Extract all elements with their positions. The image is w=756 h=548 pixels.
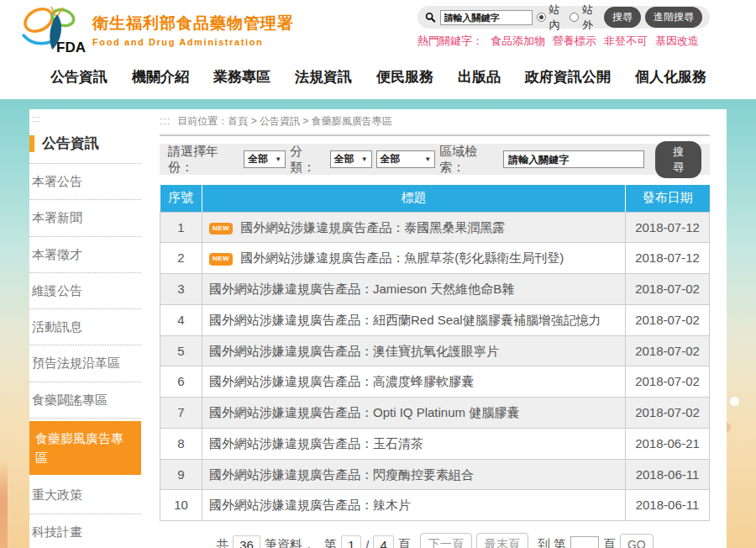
announcement-link[interactable]: 國外網站涉嫌違規廣告產品：辣木片 <box>209 498 411 512</box>
new-badge: NEW <box>209 223 233 235</box>
next-page-button[interactable]: 下一頁 <box>420 533 472 548</box>
sidebar-item[interactable]: 科技計畫 <box>29 514 141 548</box>
nav-item[interactable]: 公告資訊 <box>50 67 108 87</box>
announcement-link[interactable]: 國外網站涉嫌違規廣告產品：魚腥草茶(彰化縣衛生局刊登) <box>240 250 564 265</box>
search-scope-label: 站外 <box>582 3 598 33</box>
publish-date: 2018-07-02 <box>626 335 710 366</box>
table-row: 10 NEW 國外網站涉嫌違規廣告產品：辣木片 2018-06-11 <box>160 490 710 521</box>
sidebar-item-label: 本署徵才 <box>32 247 82 261</box>
hot-keyword-link[interactable]: 營養標示 <box>553 34 596 49</box>
sidebar-item[interactable]: 食藥闢謠專區 <box>29 382 141 419</box>
current-page: 1 <box>341 535 361 548</box>
announcement-link[interactable]: 國外網站涉嫌違規廣告產品：Jamieson 天然維他命B雜 <box>209 282 514 296</box>
publish-date: 2018-07-02 <box>626 398 710 429</box>
table-row: 9 NEW 國外網站涉嫌違規廣告產品：閃瘦酶控要素組合 2018-06-11 <box>160 459 710 490</box>
advanced-search-button[interactable]: 進階搜尋 <box>645 7 702 28</box>
row-number: 1 <box>160 212 202 243</box>
category-select-1[interactable]: 全部 ▼ <box>330 150 372 168</box>
announcement-link[interactable]: 國外網站涉嫌違規廣告產品：澳佳寶抗氧化護眼寧片 <box>209 344 499 358</box>
hot-keyword-link[interactable]: 基因改造 <box>655 34 699 49</box>
region-search-input[interactable] <box>503 150 644 168</box>
hot-keyword-link[interactable]: 食品添加物 <box>491 34 545 49</box>
accesskey-marker: ::: <box>160 115 171 127</box>
announcement-link[interactable]: 國外網站涉嫌違規廣告產品：高濃度蜂膠軟膠囊 <box>209 374 474 388</box>
sidebar-item[interactable]: 本署公告 <box>29 164 141 200</box>
nav-item[interactable]: 機關介紹 <box>132 67 189 87</box>
publish-date: 2018-06-11 <box>626 490 710 521</box>
hot-keywords-label: 熱門關鍵字： <box>417 34 483 49</box>
breadcrumb-text: 目前位置：首頁 > 公告資訊 > 食藥膨風廣告專區 <box>177 115 391 127</box>
column-header-no: 序號 <box>160 185 202 212</box>
nav-item[interactable]: 法規資訊 <box>295 67 352 87</box>
publish-date: 2018-06-21 <box>626 428 710 459</box>
search-icon <box>425 11 436 24</box>
sidebar-item[interactable]: 預告法規沿革區 <box>29 345 141 382</box>
sidebar-accent-bar <box>29 135 34 152</box>
site-search-bar: 站內 站外 搜尋 進階搜尋 <box>417 6 710 29</box>
year-select-value: 全部 <box>248 152 268 166</box>
decor-left-strip <box>0 458 8 548</box>
page-prefix: 第 <box>324 537 337 548</box>
sidebar-item-label: 預告法規沿革區 <box>32 356 120 370</box>
agency-subtitle: Food and Drug Administration <box>92 37 294 47</box>
sidebar-item[interactable]: 本署徵才 <box>29 237 141 273</box>
sidebar-item-label: 重大政策 <box>32 487 82 502</box>
announcement-table: 序號 標題 發布日期 1 NEW 國外網站涉嫌違規廣告產品：泰國黑桑果潤黑露 2… <box>160 185 710 521</box>
sidebar-item[interactable]: 維護公告 <box>29 273 141 309</box>
category-select-2[interactable]: 全部 ▼ <box>376 150 436 168</box>
search-scope-radio[interactable] <box>570 13 579 22</box>
sidebar-items: 本署公告 本署新聞 本署徵才 維護公告 活動訊息 <box>29 164 141 548</box>
search-button[interactable]: 搜尋 <box>604 7 641 28</box>
announcement-link[interactable]: 國外網站涉嫌違規廣告產品：玉石清茶 <box>209 436 423 451</box>
row-number: 2 <box>160 243 202 274</box>
row-number: 10 <box>160 490 202 521</box>
row-number: 5 <box>160 335 202 366</box>
nav-item[interactable]: 個人化服務 <box>635 67 706 87</box>
sidebar-item-label: 維護公告 <box>32 283 82 298</box>
agency-title: 衛生福利部食品藥物管理署 <box>92 13 294 34</box>
announcement-link[interactable]: 國外網站涉嫌違規廣告產品：閃瘦酶控要素組合 <box>209 467 474 482</box>
sidebar-item[interactable]: 重大政策 <box>29 477 141 514</box>
category-filter-label: 分類： <box>290 144 326 176</box>
total-suffix: 筆資料， <box>265 537 315 548</box>
announcement-link[interactable]: 國外網站涉嫌違規廣告產品：泰國黑桑果潤黑露 <box>240 220 505 234</box>
site-search-input[interactable] <box>440 10 533 25</box>
column-header-date: 發布日期 <box>626 185 710 212</box>
publish-date: 2018-07-02 <box>626 366 710 398</box>
goto-page-input[interactable] <box>570 536 599 548</box>
announcement-link[interactable]: 國外網站涉嫌違規廣告產品：Opti IQ Platinum 健腦膠囊 <box>209 405 519 419</box>
region-search-label: 區域檢索： <box>439 144 499 176</box>
sidebar-item[interactable]: 本署新聞 <box>29 200 141 236</box>
sidebar-item[interactable]: 活動訊息 <box>29 309 141 345</box>
column-header-title: 標題 <box>202 185 626 212</box>
sidebar-item-label: 食藥闢謠專區 <box>32 393 108 407</box>
nav-item[interactable]: 業務專區 <box>213 67 270 87</box>
sidebar-item-label: 本署公告 <box>32 174 82 188</box>
table-row: 6 NEW 國外網站涉嫌違規廣告產品：高濃度蜂膠軟膠囊 2018-07-02 <box>160 366 710 398</box>
last-page-button[interactable]: 最末頁 <box>476 533 528 548</box>
search-scope-radio[interactable] <box>537 13 546 22</box>
chevron-down-icon: ▼ <box>361 155 368 163</box>
logo-text: 衛生福利部食品藥物管理署 Food and Drug Administratio… <box>92 13 294 47</box>
goto-suffix: 頁 <box>603 537 616 548</box>
site-logo[interactable]: FDA 衛生福利部食品藥物管理署 Food and Drug Administr… <box>18 3 294 55</box>
table-row: 8 NEW 國外網站涉嫌違規廣告產品：玉石清茶 2018-06-21 <box>160 428 710 459</box>
sidebar-item[interactable]: 食藥膨風廣告專區 <box>29 421 141 476</box>
decor-dot-white <box>730 397 739 406</box>
new-badge: NEW <box>209 253 233 266</box>
nav-item[interactable]: 政府資訊公開 <box>525 67 611 87</box>
year-select[interactable]: 全部 ▼ <box>244 150 286 168</box>
sidebar-item-label: 本署新聞 <box>32 210 82 224</box>
table-row: 7 NEW 國外網站涉嫌違規廣告產品：Opti IQ Platinum 健腦膠囊… <box>160 398 710 429</box>
publish-date: 2018-07-12 <box>626 212 710 243</box>
go-button[interactable]: GO <box>620 534 654 548</box>
hot-keyword-link[interactable]: 非登不可 <box>604 34 648 49</box>
filter-search-button[interactable]: 搜尋 <box>655 141 701 178</box>
sidebar-title-text: 公告資訊 <box>42 134 99 153</box>
announcement-link[interactable]: 國外網站涉嫌違規廣告產品：紐西蘭Red Seal健腦膠囊補腦增強記憶力 <box>209 313 601 327</box>
row-number: 3 <box>160 274 202 305</box>
goto-label: 到 第 <box>538 537 566 548</box>
nav-item[interactable]: 出版品 <box>458 67 501 87</box>
nav-item[interactable]: 便民服務 <box>376 67 433 87</box>
butterfly-logo-icon: FDA <box>18 3 87 55</box>
